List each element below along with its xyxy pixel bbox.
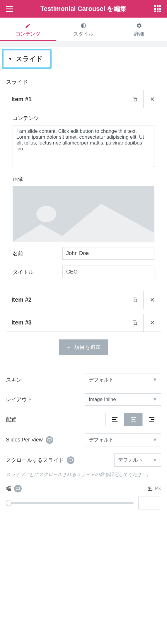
duplicate-button[interactable] xyxy=(126,291,143,309)
copy-icon xyxy=(132,96,138,102)
contrast-icon xyxy=(81,23,86,29)
tab-label: スタイル xyxy=(56,30,111,37)
width-input[interactable] xyxy=(138,497,161,509)
svg-rect-6 xyxy=(69,459,72,461)
layout-select[interactable]: Image Inline ▼ xyxy=(85,393,161,406)
width-slider[interactable] xyxy=(6,502,134,504)
section-title: スライド xyxy=(16,55,43,63)
spacer xyxy=(0,41,167,47)
responsive-icon[interactable] xyxy=(14,485,22,492)
content-textarea[interactable] xyxy=(13,125,154,169)
title-row: タイトル xyxy=(13,266,154,278)
add-label: 項目を追加 xyxy=(74,344,101,350)
repeater-item: Item #3 xyxy=(6,314,161,332)
align-center-button[interactable] xyxy=(124,413,142,426)
responsive-icon[interactable] xyxy=(46,436,53,444)
close-icon xyxy=(150,96,155,102)
slides-label: スライド xyxy=(6,78,161,86)
responsive-icon[interactable] xyxy=(67,456,74,464)
select-value: デフォルト xyxy=(118,457,143,463)
content-label: コンテンツ xyxy=(13,115,154,122)
tab-style[interactable]: スタイル xyxy=(56,18,111,41)
slides-to-scroll-label: スクロールするスライド xyxy=(6,456,114,464)
repeater-item: Item #1 コンテンツ 画像 名前 タイトル xyxy=(6,90,161,286)
tab-advanced[interactable]: 詳細 xyxy=(111,18,167,41)
repeater-content: コンテンツ 画像 名前 タイトル xyxy=(6,108,161,286)
desktop-icon xyxy=(69,458,73,462)
tab-label: 詳細 xyxy=(111,30,167,37)
close-icon xyxy=(150,297,155,303)
caret-down-icon: ▼ xyxy=(8,57,12,61)
remove-button[interactable] xyxy=(143,291,161,309)
desktop-icon xyxy=(16,487,20,490)
slides-to-scroll-select[interactable]: デフォルト ▼ xyxy=(114,453,161,467)
remove-button[interactable] xyxy=(143,90,161,108)
align-left-button[interactable] xyxy=(106,413,124,426)
skin-select[interactable]: デフォルト ▼ xyxy=(85,373,161,386)
width-slider-row xyxy=(6,497,161,509)
section-header: ▼ スライド xyxy=(0,47,167,71)
unit-percent[interactable]: % xyxy=(148,486,152,491)
add-item-button[interactable]: ＋ 項目を追加 xyxy=(59,339,108,355)
repeater-item: Item #2 xyxy=(6,291,161,309)
title-input[interactable] xyxy=(62,266,154,278)
caret-down-icon: ▼ xyxy=(152,377,157,383)
align-left-icon xyxy=(112,417,117,422)
select-value: Image Inline xyxy=(89,397,116,402)
name-label: 名前 xyxy=(13,250,62,257)
label-text: Slides Per View xyxy=(6,437,43,443)
label-text: スクロールするスライド xyxy=(6,457,64,464)
align-right-icon xyxy=(149,417,154,422)
panel-tabs: コンテンツ スタイル 詳細 xyxy=(0,18,167,41)
tab-content[interactable]: コンテンツ xyxy=(0,18,56,41)
repeater-title[interactable]: Item #3 xyxy=(6,314,126,332)
skin-row: スキン デフォルト ▼ xyxy=(6,373,161,386)
duplicate-button[interactable] xyxy=(126,314,143,332)
name-row: 名前 xyxy=(13,247,154,260)
menu-icon[interactable] xyxy=(6,6,13,12)
divider xyxy=(0,365,167,365)
duplicate-button[interactable] xyxy=(126,90,143,108)
svg-point-2 xyxy=(36,206,56,222)
apps-icon[interactable] xyxy=(154,5,161,12)
slider-thumb[interactable] xyxy=(6,500,12,506)
image-picker[interactable] xyxy=(13,186,154,242)
desktop-icon xyxy=(47,438,52,442)
slides-to-scroll-row: スクロールするスライド デフォルト ▼ xyxy=(6,453,161,467)
gear-icon xyxy=(136,23,142,29)
caret-down-icon: ▼ xyxy=(152,437,157,443)
select-value: デフォルト xyxy=(89,436,114,443)
plus-icon: ＋ xyxy=(66,344,71,350)
unit-switcher: % PX xyxy=(147,486,161,491)
alignment-group xyxy=(105,413,161,426)
section-toggle-slides[interactable]: ▼ スライド xyxy=(2,49,52,69)
image-placeholder-icon xyxy=(13,186,154,242)
slides-per-view-select[interactable]: デフォルト ▼ xyxy=(85,433,161,446)
panel-body: スライド Item #1 コンテンツ 画像 名前 タイトル xyxy=(0,71,167,516)
layout-label: レイアウト xyxy=(6,396,85,403)
unit-px[interactable]: PX xyxy=(155,486,161,491)
repeater-title[interactable]: Item #1 xyxy=(6,91,126,108)
slides-per-view-label: Slides Per View xyxy=(6,436,85,444)
skin-label: スキン xyxy=(6,376,85,383)
label-text: 幅 xyxy=(6,485,11,492)
width-label: 幅 xyxy=(6,485,147,492)
title-label: タイトル xyxy=(13,269,62,276)
align-right-button[interactable] xyxy=(142,413,161,426)
name-input[interactable] xyxy=(62,247,154,260)
layout-row: レイアウト Image Inline ▼ xyxy=(6,393,161,406)
header-title: Testimonial Carousel を編集 xyxy=(13,4,154,13)
copy-icon xyxy=(132,297,138,303)
align-center-icon xyxy=(131,417,136,422)
width-row: 幅 % PX xyxy=(6,485,161,492)
help-text: スワイプごとにスクロールされるスライドの数を設定してください。 xyxy=(6,471,161,478)
copy-icon xyxy=(132,320,138,326)
repeater-title[interactable]: Item #2 xyxy=(6,291,126,309)
alignment-row: 配置 xyxy=(6,413,161,426)
slides-per-view-row: Slides Per View デフォルト ▼ xyxy=(6,433,161,446)
remove-button[interactable] xyxy=(143,314,161,332)
svg-rect-5 xyxy=(48,439,51,441)
editor-header: Testimonial Carousel を編集 xyxy=(0,0,167,18)
svg-rect-0 xyxy=(134,98,137,101)
caret-down-icon: ▼ xyxy=(152,397,157,402)
